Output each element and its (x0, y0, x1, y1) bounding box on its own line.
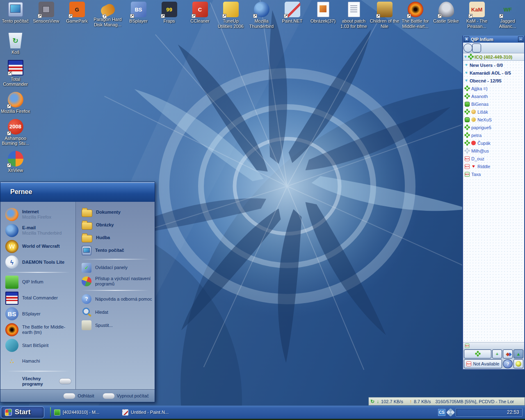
start-menu-item[interactable]: QIP Infium (0, 274, 75, 290)
start-menu-item[interactable]: Přístup a výchozí nastavení programů (76, 274, 155, 288)
desktop-icon[interactable]: 99 Fraps (154, 2, 185, 29)
qip-toolbar-icon[interactable] (516, 44, 523, 52)
qip-toolbar-icon[interactable] (507, 44, 515, 52)
desktop-icon[interactable]: Castle Strike (431, 2, 461, 29)
desktop-icon[interactable]: WF Jagged Allianc... (492, 2, 523, 29)
all-programs-arrow-button[interactable] (59, 378, 71, 384)
qip-account-header[interactable]: ▼ ICQ (402-449-310) (463, 53, 524, 61)
start-menu-item[interactable]: ✓ Ovládací panely (76, 261, 155, 274)
shut-down-label: Vypnout počítač (117, 393, 149, 398)
start-menu-item[interactable]: Spustit... (76, 319, 155, 332)
qip-contact-row[interactable]: BiGenas (463, 100, 524, 108)
start-menu-item-label: DAEMON Tools Lite (22, 260, 64, 265)
qip-contact-row[interactable]: N/A D_ouz (463, 155, 524, 162)
start-menu-item[interactable]: Tento počítač (76, 244, 155, 257)
start-menu-item[interactable]: W World of Warcraft (0, 238, 75, 254)
qip-contact-row[interactable]: Milh@us (463, 147, 524, 155)
qip-contact-row[interactable]: ▼ Kamarádi AOL - 0/5 (463, 69, 524, 77)
taskbar-task-button[interactable]: [402449310] - M... (54, 409, 119, 415)
contact-name: Kamarádi AOL - 0/5 (470, 71, 511, 75)
start-menu-item[interactable]: Hudba (76, 231, 155, 244)
hamachi-tray-icon[interactable] (446, 408, 455, 416)
start-button[interactable]: Start (1, 406, 44, 418)
start-menu-item[interactable]: ϟ DAEMON Tools Lite (0, 254, 75, 270)
qip-contact-row[interactable]: N/A ♥ Riddle (463, 162, 524, 170)
qip-toolbar-icon[interactable] (482, 44, 489, 52)
desktop-icon[interactable]: G GamePark (62, 2, 92, 29)
desktop-icon[interactable]: 2008 Ashampoo Burning Stu... (0, 119, 31, 146)
desktop-icon-image (408, 2, 423, 17)
qip-toolbar-icon[interactable] (464, 44, 472, 52)
desktop-icon[interactable]: Children of the Nile (369, 2, 400, 29)
qip-collapse-button[interactable]: ▲ (514, 349, 523, 358)
qip-contact-row[interactable]: Lišák (463, 108, 524, 116)
qip-contact-row[interactable]: N/A Taxa (463, 170, 524, 178)
desktop-icon[interactable]: C CCleaner (185, 2, 215, 29)
qip-contact-row[interactable]: Ajjjka =) (463, 84, 524, 92)
desktop-icon[interactable]: Tento počítač (0, 2, 31, 29)
desktop-icon[interactable]: BS BSplayer (123, 2, 154, 29)
start-menu-item[interactable] (82, 259, 149, 260)
tray-icon[interactable] (474, 409, 480, 415)
qip-contact-row[interactable]: NeXuS (463, 116, 524, 123)
qip-toolbar-icon[interactable] (499, 44, 506, 52)
start-menu-item[interactable]: Všechny programy (0, 373, 75, 389)
qip-contact-row[interactable]: Čupák (463, 139, 524, 147)
minimize-icon[interactable]: – (518, 37, 523, 42)
desktop-icon[interactable]: Obrázek(37) (308, 2, 338, 29)
qip-contact-row[interactable]: ▼ New Users - 0/0 (463, 61, 524, 69)
contact-extra-icon (471, 110, 476, 114)
desktop-icon[interactable]: TuneUp Utilities 2006 (215, 2, 246, 29)
qip-contact-row[interactable]: petra (463, 131, 524, 139)
qip-contacts-button[interactable]: ◆ (503, 349, 513, 358)
start-menu-item[interactable] (6, 272, 70, 273)
start-menu-item-label: Nápověda a odborná pomoc (95, 297, 152, 302)
start-menu-item[interactable]: Total Commander (0, 290, 75, 306)
start-menu-item[interactable]: Start BitSpirit (0, 338, 75, 354)
qip-quick-status-button[interactable] (464, 349, 491, 358)
qip-help-button[interactable]: ? (503, 359, 513, 368)
start-menu-item[interactable] (82, 290, 149, 291)
desktop-icon[interactable]: about patch 1.03 for bfme (338, 2, 369, 29)
desktop-icon[interactable]: Mozilla Thunderbird (246, 2, 277, 29)
tray-icon[interactable] (466, 409, 472, 415)
desktop-icon[interactable]: KaM KaM - The Peasan... (461, 2, 492, 29)
start-menu-item[interactable]: The Battle for Middle-earth (tm) (0, 322, 75, 338)
tray-icon[interactable] (490, 409, 496, 415)
language-indicator[interactable]: CS (438, 409, 445, 416)
qip-status-selector-button[interactable]: N/A Not Available (464, 359, 502, 368)
desktop-icon[interactable]: The Battle for Middle-eart... (400, 2, 431, 29)
desktop-icon[interactable]: Total Commander (0, 60, 31, 87)
desktop-icon[interactable]: Mozilla Firefox (0, 92, 31, 114)
start-menu-item[interactable]: ∴ Hamachi (0, 354, 75, 370)
start-menu-item[interactable]: Obrázky (76, 219, 155, 231)
qip-eye-button[interactable] (514, 359, 523, 368)
log-off-button[interactable]: Odhlásit (63, 393, 94, 399)
desktop-icon[interactable]: Paint.NET (277, 2, 308, 29)
tray-icon[interactable] (482, 409, 488, 415)
qip-add-contact-button[interactable]: + (492, 349, 502, 358)
start-menu-item[interactable] (6, 371, 70, 372)
shut-down-button[interactable]: Vypnout počítač (103, 393, 149, 399)
taskbar-task-button[interactable]: Untitled - Paint.N... (122, 409, 187, 415)
tray-icon[interactable] (498, 409, 504, 415)
desktop-icon[interactable]: XnView (0, 151, 31, 173)
start-menu-item[interactable]: E-mail Mozilla Thunderbird (0, 223, 75, 239)
start-menu-item[interactable]: BS BSplayer (0, 306, 75, 322)
desktop-icon[interactable]: SensorsView (31, 2, 62, 29)
qip-contact-row[interactable]: Asanoth (463, 92, 524, 100)
clock: 22:53 (507, 409, 519, 415)
desktop-icon[interactable]: Paragon Hard Disk Manag... (92, 2, 123, 29)
qip-toolbar-icon[interactable] (473, 44, 480, 52)
start-menu-item-label: Hledat (95, 310, 108, 315)
qip-toolbar-icon[interactable] (490, 44, 498, 52)
start-menu-item[interactable]: ? Nápověda a odborná pomoc (76, 292, 155, 306)
tray-icon[interactable] (459, 409, 465, 415)
start-menu-item[interactable]: Dokumenty (76, 206, 155, 219)
start-menu-item[interactable]: Internet Mozilla Firefox (0, 207, 75, 223)
desktop-icon[interactable]: ↻ Koš (0, 33, 31, 55)
qip-contact-row[interactable]: ▼ Obecné - 12/95 (463, 77, 524, 84)
close-icon[interactable]: × (464, 37, 469, 42)
qip-contact-row[interactable]: paprigue5 (463, 123, 524, 131)
start-menu-item[interactable]: Hledat (76, 306, 155, 319)
